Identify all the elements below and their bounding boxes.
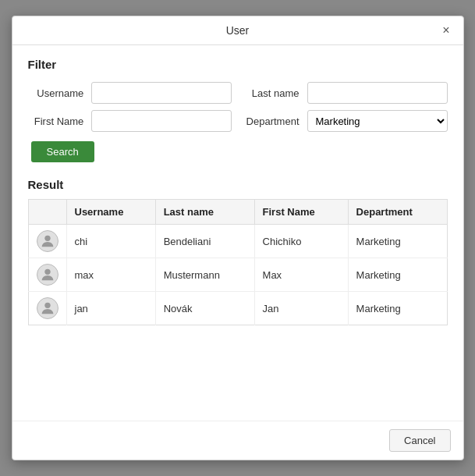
table-row[interactable]: janNovákJanMarketing xyxy=(28,292,447,325)
svg-point-0 xyxy=(44,236,50,241)
cell-firstname: Jan xyxy=(254,292,348,325)
dialog-title: User xyxy=(226,24,250,37)
department-select[interactable]: MarketingSalesITHRFinance xyxy=(307,110,448,132)
cell-lastname: Mustermann xyxy=(155,258,254,292)
filter-title: Filter xyxy=(28,58,448,71)
col-header-lastname: Last name xyxy=(155,200,254,225)
avatar xyxy=(37,264,58,286)
filter-section: Filter Username Last name First Name Dep… xyxy=(28,58,448,162)
dialog-footer: Cancel xyxy=(12,421,463,460)
avatar-cell xyxy=(28,292,66,325)
table-header-row: Username Last name First Name Department xyxy=(28,200,447,225)
col-header-firstname: First Name xyxy=(254,200,348,225)
svg-point-2 xyxy=(44,303,50,308)
cell-department: Marketing xyxy=(348,292,447,325)
table-row[interactable]: chiBendelianiChichikoMarketing xyxy=(28,225,447,258)
result-title: Result xyxy=(28,178,448,191)
dialog-body: Filter Username Last name First Name Dep… xyxy=(12,45,463,421)
avatar xyxy=(37,297,58,319)
col-header-avatar xyxy=(28,200,66,225)
lastname-label: Last name xyxy=(239,87,299,99)
close-button[interactable]: × xyxy=(438,23,453,38)
username-label: Username xyxy=(28,87,84,99)
avatar-cell xyxy=(28,225,66,258)
user-dialog: User × Filter Username Last name First N… xyxy=(12,16,464,460)
svg-point-1 xyxy=(44,269,50,275)
avatar-cell xyxy=(28,258,66,292)
firstname-input[interactable] xyxy=(91,110,232,132)
cell-firstname: Max xyxy=(254,258,348,292)
cell-username: jan xyxy=(66,292,155,325)
cell-username: chi xyxy=(66,225,155,258)
search-button[interactable]: Search xyxy=(31,141,94,162)
firstname-label: First Name xyxy=(28,115,84,127)
cancel-button[interactable]: Cancel xyxy=(389,429,450,452)
cell-department: Marketing xyxy=(348,258,447,292)
table-row[interactable]: maxMustermannMaxMarketing xyxy=(28,258,447,292)
cell-lastname: Novák xyxy=(155,292,254,325)
filter-grid: Username Last name First Name Department… xyxy=(28,82,448,132)
result-section: Result Username Last name First Name Dep… xyxy=(28,178,448,408)
department-label: Department xyxy=(239,115,299,127)
avatar xyxy=(37,230,58,252)
cell-username: max xyxy=(66,258,155,292)
cell-department: Marketing xyxy=(348,225,447,258)
cell-firstname: Chichiko xyxy=(254,225,348,258)
lastname-input[interactable] xyxy=(307,82,448,104)
username-input[interactable] xyxy=(91,82,232,104)
col-header-username: Username xyxy=(66,200,155,225)
dialog-header: User × xyxy=(12,16,463,45)
cell-lastname: Bendeliani xyxy=(155,225,254,258)
col-header-department: Department xyxy=(348,200,447,225)
result-table: Username Last name First Name Department… xyxy=(28,199,448,325)
